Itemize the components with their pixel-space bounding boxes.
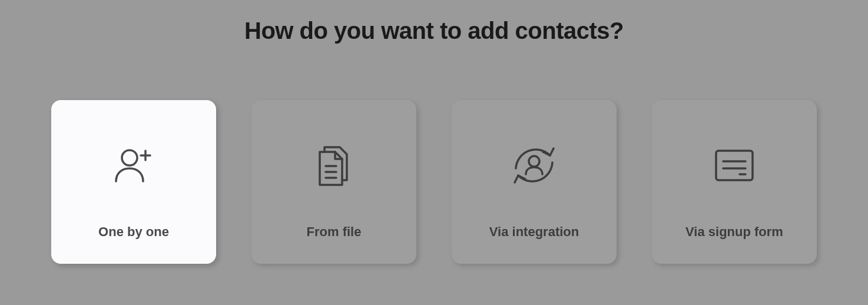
file-icon [313,130,355,201]
person-add-icon [110,130,157,201]
page-title: How do you want to add contacts? [244,18,624,44]
card-label: From file [307,224,362,240]
form-icon [711,130,757,201]
card-via-signup-form[interactable]: Via signup form [652,100,817,264]
cards-row: One by one From file V [51,100,817,264]
card-label: One by one [98,224,169,240]
card-via-integration[interactable]: Via integration [452,100,617,264]
card-label: Via signup form [685,224,783,240]
svg-point-6 [529,156,539,167]
svg-point-0 [122,150,137,165]
sync-person-icon [508,130,561,201]
card-from-file[interactable]: From file [251,100,416,264]
svg-rect-7 [716,151,753,180]
card-label: Via integration [489,224,579,240]
card-one-by-one[interactable]: One by one [51,100,216,264]
